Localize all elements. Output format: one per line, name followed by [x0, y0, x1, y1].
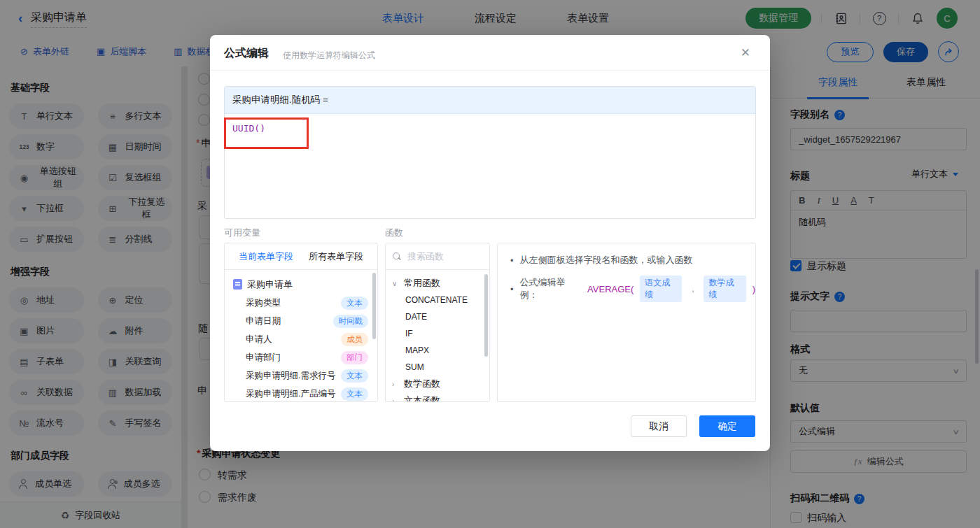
form-doc-icon [233, 279, 242, 290]
variable-field-row[interactable]: 申请日期 时间戳 [225, 312, 377, 330]
variables-panel: 当前表单字段 所有表单字段 采购申请单 采购类型 文本 申请日期 时间戳 申请人… [224, 243, 378, 402]
variables-scrollbar[interactable] [372, 273, 376, 339]
variable-field-row[interactable]: 采购类型 文本 [225, 294, 377, 312]
field-type-badge: 文本 [341, 369, 368, 383]
formula-code[interactable]: UUID() [232, 123, 265, 134]
variable-field-row[interactable]: 申请人 成员 [225, 330, 377, 348]
confirm-button[interactable]: 确定 [699, 415, 755, 437]
close-icon[interactable]: ✕ [736, 45, 755, 61]
function-tree: ∨ 常用函数 CONCATENATE DATE IF MAPX SUM › 数学… [386, 270, 489, 402]
tab-all-form-fields[interactable]: 所有表单字段 [309, 250, 363, 263]
chevron-open-icon: ∨ [392, 280, 399, 287]
chevron-closed-icon: › [392, 397, 399, 403]
modal-header-divider [210, 70, 770, 71]
function-item[interactable]: DATE [386, 308, 489, 325]
tip-line-2: • 公式编辑举例：AVERAGE( 语文成绩 ， 数学成绩 ) [510, 276, 755, 302]
form-tree-node[interactable]: 采购申请单 [225, 275, 377, 294]
search-icon [393, 252, 401, 261]
cancel-button[interactable]: 取消 [631, 415, 687, 437]
field-type-badge: 文本 [341, 297, 368, 310]
field-type-badge: 文本 [341, 387, 368, 401]
functions-scrollbar[interactable] [484, 274, 488, 357]
function-item[interactable]: MAPX [386, 342, 489, 359]
variable-field-row[interactable]: 采购申请明细.产品编号 文本 [225, 385, 377, 402]
bullet-icon: • [510, 255, 514, 266]
function-group-math[interactable]: › 数学函数 [386, 376, 489, 392]
tab-current-form-fields[interactable]: 当前表单字段 [239, 250, 293, 263]
function-search-input[interactable] [406, 250, 475, 262]
functions-section-label: 函数 [385, 227, 403, 239]
variables-tabs: 当前表单字段 所有表单字段 [225, 243, 377, 270]
function-group-text[interactable]: › 文本函数 [386, 392, 489, 402]
functions-panel: ∨ 常用函数 CONCATENATE DATE IF MAPX SUM › 数学… [385, 243, 490, 402]
formula-editor-box: 采购申请明细.随机码 = UUID() [224, 86, 756, 219]
field-type-badge: 部门 [341, 351, 368, 364]
field-type-badge: 时间戳 [333, 315, 369, 328]
function-search [386, 243, 489, 270]
example-field-pill: 语文成绩 [640, 276, 682, 302]
tips-panel: • 从左侧面板选择字段名和函数，或输入函数 • 公式编辑举例：AVERAGE( … [497, 243, 756, 402]
variable-field-row[interactable]: 采购申请明细.需求行号 文本 [225, 366, 377, 385]
bullet-icon: • [510, 284, 514, 294]
function-group-common[interactable]: ∨ 常用函数 [386, 275, 489, 292]
formula-editor-modal: 公式编辑 使用数学运算符编辑公式 ✕ 采购申请明细.随机码 = UUID() 可… [210, 35, 770, 451]
function-item[interactable]: SUM [386, 359, 489, 376]
function-item[interactable]: IF [386, 325, 489, 342]
variable-field-row[interactable]: 申请部门 部门 [225, 348, 377, 366]
modal-title: 公式编辑 [224, 46, 269, 61]
tip-line-1: • 从左侧面板选择字段名和函数，或输入函数 [510, 254, 755, 266]
example-field-pill: 数学成绩 [704, 276, 746, 302]
formula-code-area[interactable]: UUID() [225, 114, 755, 219]
app-screen: ‹ 采购申请单 表单设计 流程设定 表单设置 数据管理 ? C [0, 0, 980, 528]
function-item[interactable]: CONCATENATE [386, 292, 489, 308]
field-type-badge: 成员 [341, 333, 368, 346]
chevron-closed-icon: › [392, 380, 399, 388]
variables-section-label: 可用变量 [224, 227, 260, 239]
modal-subtitle: 使用数学运算符编辑公式 [283, 50, 375, 62]
formula-target-bar: 采购申请明细.随机码 = [225, 87, 755, 114]
